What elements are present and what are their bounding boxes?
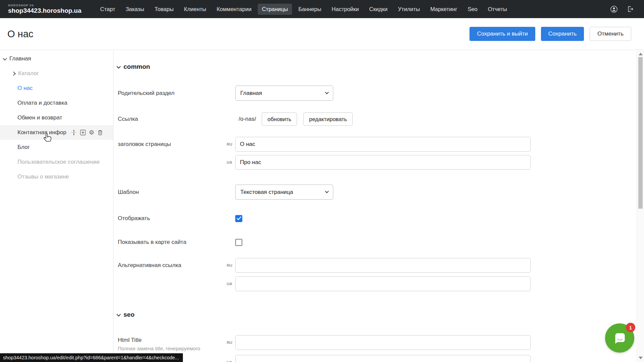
lang-badge-ru: RU bbox=[219, 341, 235, 345]
template-value: Текстовая страница bbox=[240, 189, 293, 196]
logout-icon[interactable] bbox=[627, 5, 634, 13]
parent-section-select[interactable]: Главная bbox=[235, 86, 333, 101]
parent-section-label: Родительский раздел bbox=[118, 90, 219, 97]
link-refresh-button[interactable]: обновить bbox=[262, 112, 297, 126]
lang-badge-ua: UA bbox=[219, 360, 235, 362]
html-title-ru-input[interactable] bbox=[235, 335, 531, 350]
menu-item-comments[interactable]: Комментарии bbox=[212, 4, 255, 15]
page-title-ua-input[interactable] bbox=[235, 155, 531, 170]
sitemap-label: Показывать в карте сайта bbox=[118, 239, 219, 246]
brand-logo[interactable]: HOROSHOP V4 shop34423.horoshop.ua bbox=[8, 4, 82, 14]
sidebar-item-label: Каталог bbox=[18, 70, 39, 77]
template-label: Шаблон bbox=[118, 189, 219, 196]
display-checkbox[interactable] bbox=[235, 215, 242, 222]
status-bar-url: shop34423.horoshop.ua/edit/edit.php?id=6… bbox=[0, 353, 183, 362]
link-path-value: /o-nas/ bbox=[235, 116, 256, 122]
sidebar-item-label: Главная bbox=[9, 55, 31, 62]
display-label: Отображать bbox=[118, 215, 219, 222]
delete-icon[interactable] bbox=[97, 130, 103, 136]
lang-badge-ru: RU bbox=[219, 263, 235, 267]
chat-icon bbox=[612, 331, 627, 346]
sidebar-item-soglashenie[interactable]: Пользовательское соглашение bbox=[0, 155, 113, 169]
lang-badge-ua: UA bbox=[219, 282, 235, 286]
menu-item-orders[interactable]: Заказы bbox=[121, 4, 148, 15]
template-select[interactable]: Текстовая страница bbox=[235, 185, 333, 200]
page-edit-form: common Родительский раздел Главная Ссылк… bbox=[114, 50, 637, 362]
chevron-right-icon[interactable] bbox=[11, 71, 16, 76]
scroll-down-icon[interactable] bbox=[639, 357, 643, 359]
chevron-down-icon bbox=[116, 64, 121, 68]
html-title-hint: Полная замена title, генерируемого bbox=[118, 346, 219, 351]
section-seo-toggle[interactable]: seo bbox=[114, 310, 637, 319]
add-icon[interactable] bbox=[80, 130, 86, 136]
sidebar-item-label: Отзывы о магазине bbox=[17, 173, 69, 180]
sidebar-item-label: Блог bbox=[17, 144, 30, 151]
save-button[interactable]: Сохранить bbox=[541, 27, 584, 41]
page-title-ru-input[interactable] bbox=[235, 137, 531, 152]
scroll-up-icon[interactable] bbox=[639, 53, 643, 55]
sidebar-item-glavnaya[interactable]: Главная bbox=[0, 51, 113, 66]
menu-item-seo[interactable]: Seo bbox=[463, 4, 481, 15]
account-icon[interactable] bbox=[610, 5, 618, 13]
sidebar-item-blog[interactable]: Блог bbox=[0, 140, 113, 155]
settings-icon[interactable]: ⚙ bbox=[89, 130, 94, 136]
chat-unread-badge: 1 bbox=[626, 323, 635, 332]
html-title-ua-input[interactable] bbox=[235, 355, 531, 362]
sidebar-item-otzyvy[interactable]: Отзывы о магазине bbox=[0, 169, 113, 184]
link-edit-button[interactable]: редактировать bbox=[303, 112, 353, 126]
menu-item-pages[interactable]: Страницы bbox=[258, 4, 292, 15]
menu-item-banners[interactable]: Баннеры bbox=[294, 4, 325, 15]
sitemap-checkbox[interactable] bbox=[235, 239, 242, 246]
sidebar-item-label: Оплата и доставка bbox=[17, 100, 67, 106]
cancel-button[interactable]: Отменить bbox=[590, 27, 631, 41]
menu-item-clients[interactable]: Клиенты bbox=[180, 4, 210, 15]
lang-badge-ru: RU bbox=[219, 142, 235, 146]
sidebar-item-oplata[interactable]: Оплата и доставка bbox=[0, 96, 113, 110]
page-title-label: заголовок страницы bbox=[118, 141, 219, 148]
check-icon bbox=[237, 216, 241, 220]
sidebar-item-kontaktnaya[interactable]: Контактная инфор ⚙ bbox=[0, 125, 113, 140]
sidebar-item-obmen[interactable]: Обмен и возврат bbox=[0, 110, 113, 125]
vertical-scrollbar[interactable] bbox=[637, 50, 644, 362]
link-label: Ссылка bbox=[118, 116, 219, 122]
chat-widget-button[interactable]: 1 bbox=[605, 323, 634, 353]
section-title: seo bbox=[123, 311, 135, 318]
parent-section-value: Главная bbox=[240, 90, 262, 97]
section-title: common bbox=[123, 63, 150, 70]
menu-item-reports[interactable]: Отчеты bbox=[484, 4, 511, 15]
menu-item-settings[interactable]: Настройки bbox=[328, 4, 363, 15]
menu-item-utilities[interactable]: Утилиты bbox=[394, 4, 424, 15]
move-icon[interactable] bbox=[71, 130, 77, 136]
scrollbar-thumb[interactable] bbox=[638, 57, 643, 209]
section-common-toggle[interactable]: common bbox=[114, 62, 637, 71]
page-header: О нас Сохранить и выйти Сохранить Отмени… bbox=[0, 18, 644, 50]
chevron-down-icon[interactable] bbox=[3, 56, 7, 60]
chevron-down-icon bbox=[325, 189, 329, 193]
main-menu: Старт Заказы Товары Клиенты Комментарии … bbox=[96, 4, 511, 15]
html-title-label: Html Title bbox=[118, 337, 142, 343]
alt-link-label: Альтернативная ссылка bbox=[118, 262, 219, 269]
sidebar-item-o-nas[interactable]: О нас bbox=[0, 81, 113, 96]
menu-item-products[interactable]: Товары bbox=[151, 4, 178, 15]
menu-item-discounts[interactable]: Скидки bbox=[365, 4, 391, 15]
sidebar-item-label: Обмен и возврат bbox=[17, 114, 62, 121]
menu-item-start[interactable]: Старт bbox=[96, 4, 119, 15]
pages-tree-sidebar: Главная Каталог О нас Оплата и доставка … bbox=[0, 50, 113, 362]
sidebar-item-label: О нас bbox=[17, 85, 33, 92]
chevron-down-icon bbox=[116, 312, 121, 316]
brand-version: HOROSHOP V4 bbox=[8, 4, 82, 7]
sidebar-item-label: Пользовательское соглашение bbox=[17, 159, 100, 165]
top-navigation-bar: HOROSHOP V4 shop34423.horoshop.ua Старт … bbox=[0, 0, 644, 18]
menu-item-marketing[interactable]: Маркетинг bbox=[426, 4, 461, 15]
alt-link-ua-input[interactable] bbox=[235, 276, 531, 291]
save-and-exit-button[interactable]: Сохранить и выйти bbox=[469, 27, 535, 41]
chevron-down-icon bbox=[325, 90, 329, 94]
brand-domain: shop34423.horoshop.ua bbox=[8, 7, 82, 14]
lang-badge-ua: UA bbox=[219, 160, 235, 164]
sidebar-item-label: Контактная инфор bbox=[17, 129, 66, 136]
page-title: О нас bbox=[7, 29, 33, 40]
sidebar-item-katalog[interactable]: Каталог bbox=[0, 66, 113, 81]
alt-link-ru-input[interactable] bbox=[235, 258, 531, 273]
